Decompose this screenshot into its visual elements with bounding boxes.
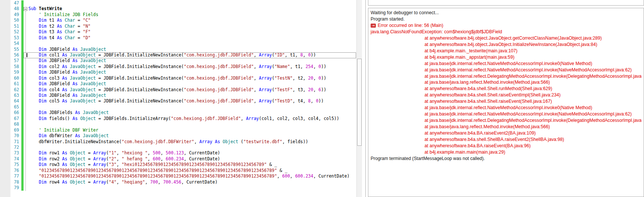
code-text[interactable]: Dim dbfWriter As JavaObject <box>24 133 356 139</box>
line-number[interactable]: 70 <box>0 133 20 139</box>
code-text[interactable]: Dim JDBField As JavaObject <box>24 93 356 98</box>
code-text[interactable] <box>24 121 356 127</box>
line-number[interactable]: 60 <box>0 76 20 81</box>
code-text[interactable]: ' Initialize JDB Fields <box>24 12 356 18</box>
right-column: Waiting for debugger to connect...Progra… <box>368 0 644 197</box>
log-text: at java.base/jdk.internal.reflect.Native… <box>424 105 592 110</box>
code-text[interactable]: Dim t3 As Char = "F" <box>24 29 356 35</box>
code-text[interactable]: Dim col1 As JavaObject = JDBField.Initia… <box>24 52 356 58</box>
code-text[interactable]: Dim col5 As JavaObject = JDBField.Initia… <box>24 98 356 104</box>
code-text[interactable]: Dim col2 As JavaObject = JDBField.Initia… <box>24 64 356 70</box>
line-number[interactable]: 76 <box>0 168 20 173</box>
code-text[interactable]: Dim JDBFields As JavaObject <box>24 110 356 116</box>
line-number[interactable]: 72 <box>0 145 20 150</box>
fold-guide-line <box>25 10 26 191</box>
log-line: at java.base/jdk.internal.reflect.Delega… <box>371 73 641 80</box>
line-number[interactable]: 52 <box>0 29 20 35</box>
line-number[interactable]: 61 <box>0 81 20 87</box>
code-line: 56 Dim col1 As JavaObject = JDBField.Ini… <box>0 52 356 58</box>
line-number[interactable]: 62 <box>0 87 20 93</box>
line-number[interactable]: 67 <box>0 116 20 121</box>
code-text[interactable]: Dim fields() As Object = JDBFields.Initi… <box>24 116 356 121</box>
line-number[interactable]: 78 <box>0 179 20 185</box>
log-text: at java.base/jdk.internal.reflect.Delega… <box>424 118 641 123</box>
line-number[interactable]: 66 <box>0 110 20 116</box>
code-line: 61 Dim JDBField As JavaObject <box>0 81 356 87</box>
log-text: at b4j.example.main._testwrite(main.java… <box>424 48 518 53</box>
code-text[interactable]: Dim col3 As JavaObject = JDBField.Initia… <box>24 76 356 81</box>
line-number[interactable]: 79 <box>0 185 20 191</box>
code-text[interactable]: Dim JDBField As JavaObject <box>24 47 356 52</box>
line-number[interactable]: 68 <box>0 121 20 127</box>
error-arrow-icon: → <box>371 24 376 28</box>
code-text[interactable]: dbfWriter.InitializeNewInstance("com.hex… <box>24 139 356 145</box>
line-number[interactable]: 50 <box>0 18 20 23</box>
code-text[interactable]: "012345678901234567890123456789012345678… <box>24 168 356 173</box>
line-number[interactable]: 63 <box>0 93 20 98</box>
code-text[interactable]: Dim JDBField As JavaObject <box>24 70 356 75</box>
line-number[interactable]: 58 <box>0 64 20 70</box>
code-text[interactable]: Dim t1 As Char = "C" <box>24 18 356 23</box>
log-text: at anywheresoftware.b4a.shell.ShellBA.ra… <box>424 137 564 142</box>
line-number[interactable]: 54 <box>0 41 20 46</box>
line-number[interactable]: 69 <box>0 127 20 133</box>
vertical-scrollbar-thumb[interactable] <box>357 59 362 146</box>
code-text[interactable]: Dim t4 As Char = "D" <box>24 35 356 41</box>
log-line: at java.base/jdk.internal.reflect.Native… <box>371 61 641 67</box>
line-number[interactable]: 74 <box>0 156 20 162</box>
line-number[interactable]: 71 <box>0 139 20 145</box>
code-text[interactable]: "012345678901234567890123456789012345678… <box>24 173 356 179</box>
code-text[interactable]: Dim row3 As Object = Array("3", "hexi012… <box>24 162 356 167</box>
log-text: Error occurred on line: 56 (Main) <box>378 23 443 28</box>
code-line: 47 <box>0 0 356 6</box>
code-line: 60 Dim col3 As JavaObject = JDBField.Ini… <box>0 76 356 81</box>
line-number[interactable]: 53 <box>0 35 20 41</box>
error-log-line[interactable]: →Error occurred on line: 56 (Main) <box>371 22 641 29</box>
code-line: 68 <box>0 121 356 127</box>
code-line: 53 Dim t4 As Char = "D" <box>0 35 356 41</box>
code-text[interactable] <box>24 145 356 150</box>
log-text: at anywheresoftware.b4a.shell.Shell.runM… <box>424 86 552 91</box>
line-number[interactable]: 55 <box>0 47 20 52</box>
log-line: at java.base/java.lang.reflect.Method.in… <box>371 124 641 130</box>
code-text[interactable]: ' Initialize DBF Writer <box>24 127 356 133</box>
code-text[interactable]: Dim row2 As Object = Array("2", " hefang… <box>24 156 356 162</box>
log-line: at anywheresoftware.b4a.shell.Shell.rais… <box>371 92 641 98</box>
code-line: 62 Dim col4 As JavaObject = JDBField.Ini… <box>0 87 356 93</box>
code-text[interactable] <box>24 0 356 6</box>
code-text[interactable] <box>24 41 356 46</box>
fold-collapse-minus-icon[interactable] <box>24 7 27 11</box>
code-line: 66 Dim JDBFields As JavaObject <box>0 110 356 116</box>
line-number[interactable]: 51 <box>0 24 20 29</box>
line-number[interactable]: 65 <box>0 104 20 110</box>
log-line: Waiting for debugger to connect... <box>371 10 641 16</box>
code-text[interactable]: Dim t2 As Char = "N" <box>24 24 356 29</box>
line-number[interactable]: 49 <box>0 12 20 18</box>
log-line: at b4j.example.main.main(main.java:29) <box>371 149 641 156</box>
log-text: at anywheresoftware.b4a.shell.Shell.rais… <box>424 92 561 98</box>
line-number[interactable]: 77 <box>0 173 20 179</box>
line-number[interactable]: 56 <box>0 52 20 58</box>
log-line: Program started. <box>371 16 641 22</box>
line-number[interactable]: 73 <box>0 150 20 156</box>
log-text: at anywheresoftware.b4a.BA.raiseEvent(BA… <box>424 143 531 148</box>
logs-header-strip <box>368 0 644 6</box>
code-text[interactable]: Sub TestWrite <box>24 6 356 12</box>
line-number[interactable]: 47 <box>0 0 20 6</box>
code-text[interactable]: Dim col4 As JavaObject = JDBField.Initia… <box>24 87 356 93</box>
code-text[interactable]: Dim JDBField As JavaObject <box>24 58 356 64</box>
vertical-scrollbar[interactable] <box>356 0 362 197</box>
code-text[interactable]: Dim JDBField As JavaObject <box>24 81 356 87</box>
line-number[interactable]: 59 <box>0 70 20 75</box>
line-number[interactable]: 64 <box>0 98 20 104</box>
code-text[interactable] <box>24 104 356 110</box>
log-text: at java.base/java.lang.reflect.Method.in… <box>424 80 550 85</box>
code-line: 55 Dim JDBField As JavaObject <box>0 47 356 52</box>
line-number[interactable]: 48 <box>0 6 20 12</box>
code-line: 67 Dim fields() As Object = JDBFields.In… <box>0 116 356 121</box>
code-text[interactable]: Dim row4 As Object = Array("4", "heqiang… <box>24 179 356 185</box>
code-text[interactable] <box>24 185 356 191</box>
line-number[interactable]: 75 <box>0 162 20 167</box>
code-text[interactable]: Dim row1 As Object = Array("1", "hexiong… <box>24 150 356 156</box>
line-number[interactable]: 57 <box>0 58 20 64</box>
